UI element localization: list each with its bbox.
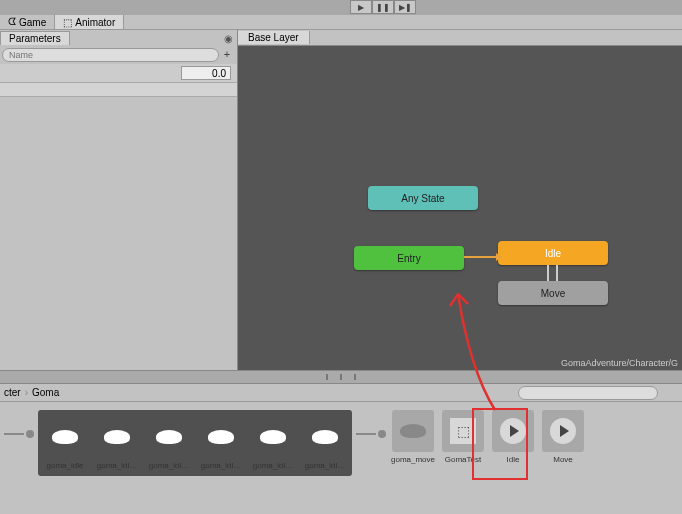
asset-label: Move — [540, 455, 586, 464]
sprite-icon — [400, 424, 426, 438]
asset-label: goma_idl… — [146, 461, 192, 470]
sprite-group: goma_idle goma_idl… goma_idl… goma_idl… … — [38, 410, 352, 476]
node-idle[interactable]: Idle — [498, 241, 608, 265]
param-empty-row — [0, 83, 237, 97]
editor-tabs: ᗧ Game ⬚ Animator — [0, 15, 682, 30]
pacman-icon: ᗧ — [8, 16, 16, 28]
sprite-item[interactable]: goma_idl… — [146, 416, 192, 470]
layer-tab[interactable]: Base Layer — [238, 31, 310, 44]
asset-label: goma_idl… — [198, 461, 244, 470]
asset-label: goma_move — [390, 455, 436, 464]
tab-game[interactable]: ᗧ Game — [0, 15, 55, 29]
breadcrumb-parent[interactable]: cter — [4, 387, 21, 398]
animator-icon: ⬚ — [63, 17, 72, 28]
animation-clip-move[interactable]: Move — [540, 410, 586, 464]
transition-idle-move[interactable] — [547, 265, 549, 281]
step-button[interactable]: ▶❚ — [394, 0, 416, 14]
asset-label: Idle — [490, 455, 536, 464]
sprite-icon — [52, 430, 78, 444]
main-area: Parameters ◉ + Base Layer Any State Entr… — [0, 30, 682, 370]
param-value-input[interactable] — [181, 66, 231, 80]
breadcrumb-child[interactable]: Goma — [32, 387, 59, 398]
sprite-item[interactable]: goma_idle — [42, 416, 88, 470]
asset-label: goma_idle — [42, 461, 88, 470]
play-controls: ▶ ❚❚ ▶❚ — [350, 0, 416, 14]
sprite-icon — [208, 430, 234, 444]
animator-controller-asset[interactable]: ⬚ GomaTest — [440, 410, 486, 464]
chevron-right-icon: › — [25, 387, 28, 398]
pause-button[interactable]: ❚❚ — [372, 0, 394, 14]
sprite-item[interactable]: goma_idl… — [94, 416, 140, 470]
param-search-input[interactable] — [2, 48, 219, 62]
graph-canvas[interactable]: Any State Entry Idle Move GomaAdventure/… — [238, 46, 682, 370]
parameters-tab[interactable]: Parameters — [0, 31, 70, 45]
play-icon — [550, 418, 576, 444]
panel-divider[interactable] — [0, 370, 682, 384]
controller-icon: ⬚ — [450, 418, 476, 444]
search-row: + — [0, 46, 237, 64]
asset-label: goma_idl… — [94, 461, 140, 470]
sprite-icon — [260, 430, 286, 444]
asset-strip: goma_idle goma_idl… goma_idl… goma_idl… … — [0, 402, 682, 484]
asset-label: goma_idl… — [302, 461, 348, 470]
breadcrumb: cter › Goma — [0, 384, 682, 402]
sprite-icon — [312, 430, 338, 444]
asset-label: goma_idl… — [250, 461, 296, 470]
expand-handle[interactable] — [4, 430, 34, 438]
sprite-icon — [156, 430, 182, 444]
node-entry[interactable]: Entry — [354, 246, 464, 270]
tab-label: Animator — [75, 17, 115, 28]
asset-label: GomaTest — [440, 455, 486, 464]
add-param-button[interactable]: + — [219, 48, 235, 62]
transition-move-idle[interactable] — [556, 265, 558, 281]
parameters-panel: Parameters ◉ + — [0, 30, 238, 370]
transition-entry-idle[interactable] — [464, 256, 498, 258]
animation-clip-idle[interactable]: Idle — [490, 410, 536, 464]
project-search-input[interactable] — [518, 386, 658, 400]
param-row[interactable] — [0, 64, 237, 83]
sprite-item[interactable]: goma_idl… — [198, 416, 244, 470]
tab-label: Game — [19, 17, 46, 28]
project-panel: cter › Goma goma_idle goma_idl… goma_idl… — [0, 384, 682, 514]
expand-handle[interactable] — [356, 430, 386, 438]
node-any-state[interactable]: Any State — [368, 186, 478, 210]
sprite-icon — [104, 430, 130, 444]
tab-animator[interactable]: ⬚ Animator — [55, 15, 124, 29]
sprite-item[interactable]: goma_idl… — [302, 416, 348, 470]
eye-icon[interactable]: ◉ — [219, 33, 237, 44]
graph-header: Base Layer — [238, 30, 682, 46]
top-toolbar: ▶ ❚❚ ▶❚ — [0, 0, 682, 15]
play-icon — [500, 418, 526, 444]
asset-path-label: GomaAdventure/Character/G — [561, 358, 678, 368]
sprite-asset-move[interactable]: goma_move — [390, 410, 436, 464]
panel-header: Parameters ◉ — [0, 30, 237, 46]
sprite-item[interactable]: goma_idl… — [250, 416, 296, 470]
play-button[interactable]: ▶ — [350, 0, 372, 14]
node-move[interactable]: Move — [498, 281, 608, 305]
graph-panel: Base Layer Any State Entry Idle Move Gom… — [238, 30, 682, 370]
